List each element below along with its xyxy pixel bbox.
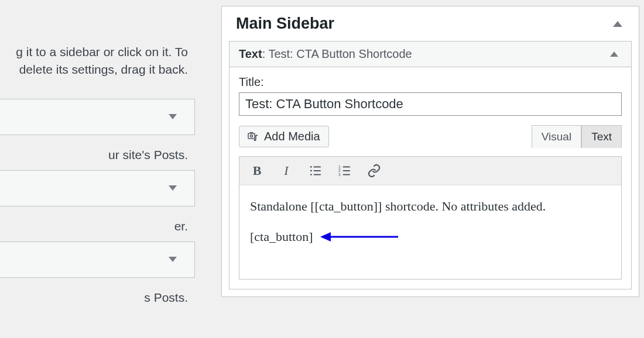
svg-rect-0 [248, 133, 255, 139]
widget-box-collapsed[interactable] [0, 242, 195, 278]
wysiwyg-editor: B I [239, 156, 622, 280]
chevron-down-icon [169, 114, 177, 119]
text-widget-item: Text: Test: CTA Button Shortcode Title: [229, 41, 632, 289]
widget-type-name: Text: Test: CTA Button Shortcode [239, 47, 412, 61]
svg-point-1 [251, 134, 253, 137]
bullet-list-button[interactable] [306, 163, 325, 179]
widget-area-header[interactable]: Main Sidebar [222, 6, 639, 41]
widget-box-collapsed[interactable] [0, 99, 195, 135]
editor-mode-tabs: Visual Text [532, 125, 622, 148]
svg-point-8 [310, 174, 312, 175]
chevron-down-icon [169, 257, 177, 262]
add-media-label: Add Media [264, 130, 320, 143]
widget-description: ur site's Posts. [0, 148, 196, 162]
tab-visual[interactable]: Visual [532, 125, 581, 148]
title-field-label: Title: [239, 75, 622, 89]
widget-box-collapsed[interactable] [0, 170, 195, 206]
editor-content-area[interactable]: Standalone [[cta_button]] shortcode. No … [239, 185, 621, 279]
editor-paragraph: [cta_button] [250, 227, 611, 246]
add-media-button[interactable]: Add Media [239, 126, 329, 147]
svg-marker-17 [320, 232, 331, 242]
shortcode-text: [cta_button] [250, 227, 313, 246]
tab-text[interactable]: Text [581, 125, 622, 148]
svg-point-3 [254, 139, 256, 141]
widget-item-header[interactable]: Text: Test: CTA Button Shortcode [229, 42, 631, 67]
chevron-up-icon [613, 21, 622, 27]
editor-toolbar: B I [239, 157, 621, 185]
svg-text:3: 3 [338, 173, 341, 177]
editor-paragraph: Standalone [[cta_button]] shortcode. No … [250, 197, 611, 216]
numbered-list-button[interactable]: 1 2 3 [335, 163, 354, 179]
svg-point-4 [310, 166, 312, 168]
italic-button[interactable]: I [277, 163, 296, 179]
svg-point-6 [310, 170, 312, 172]
chevron-down-icon [169, 185, 177, 191]
chevron-up-icon [610, 51, 618, 57]
sidebar-widget-area: Main Sidebar Text: Test: CTA Button Shor… [221, 6, 639, 297]
widget-area-title: Main Sidebar [236, 15, 334, 33]
widget-title-input[interactable] [239, 92, 622, 116]
svg-rect-2 [250, 132, 253, 133]
camera-music-icon [248, 131, 259, 143]
widget-description: s Posts. [0, 291, 196, 305]
panel-description: g it to a sidebar or click on it. To del… [0, 43, 196, 79]
link-button[interactable] [365, 163, 383, 179]
widget-body: Title: [229, 67, 631, 289]
widget-description: er. [0, 219, 196, 233]
available-widgets-panel: g it to a sidebar or click on it. To del… [0, 0, 196, 313]
annotation-arrow-icon [319, 230, 401, 244]
bold-button[interactable]: B [248, 163, 266, 179]
